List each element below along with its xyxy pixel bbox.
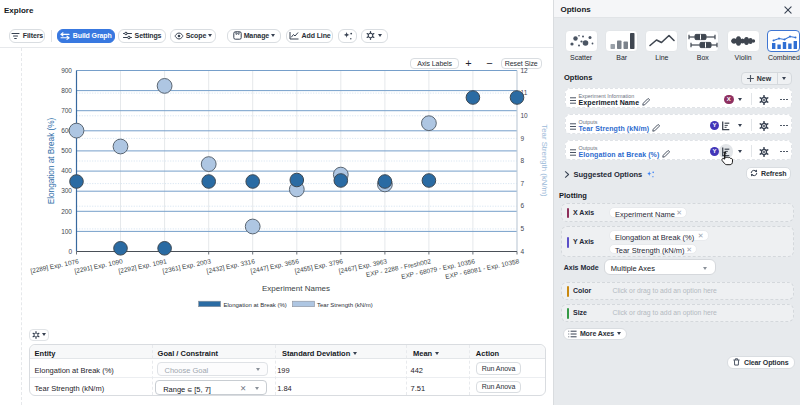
svg-text:10: 10: [521, 112, 529, 119]
svg-text:Experiment Names: Experiment Names: [262, 284, 330, 293]
svg-text:0: 0: [68, 248, 72, 255]
svg-text:7: 7: [521, 180, 525, 187]
svg-text:Elongation at Break (%): Elongation at Break (%): [224, 302, 287, 308]
svg-text:4: 4: [521, 248, 525, 255]
svg-text:[2447] Exp. 3656: [2447] Exp. 3656: [250, 257, 300, 275]
svg-text:[2361] Exp. 2003: [2361] Exp. 2003: [162, 257, 212, 275]
svg-text:5: 5: [521, 225, 525, 232]
svg-text:Elongation at Break (%): Elongation at Break (%): [47, 117, 56, 204]
svg-text:6: 6: [521, 202, 525, 209]
svg-text:800: 800: [61, 87, 72, 94]
svg-text:300: 300: [61, 187, 72, 194]
svg-text:100: 100: [61, 228, 72, 235]
svg-text:8: 8: [521, 157, 525, 164]
svg-text:500: 500: [61, 147, 72, 154]
svg-text:[2289] Exp. 1076: [2289] Exp. 1076: [30, 257, 80, 275]
svg-text:Tear Strength (kN/m): Tear Strength (kN/m): [540, 124, 549, 197]
svg-text:[2291] Exp. 1090: [2291] Exp. 1090: [74, 257, 124, 275]
svg-text:12: 12: [521, 67, 529, 74]
svg-text:900: 900: [61, 67, 72, 74]
svg-text:200: 200: [61, 208, 72, 215]
svg-text:400: 400: [61, 167, 72, 174]
svg-text:[2292] Exp. 1091: [2292] Exp. 1091: [118, 257, 168, 275]
svg-text:Tear Strength (kN/m): Tear Strength (kN/m): [317, 302, 373, 308]
svg-text:9: 9: [521, 135, 525, 142]
svg-text:[2455] Exp. 3796: [2455] Exp. 3796: [294, 257, 344, 275]
svg-text:[2432] Exp. 3316: [2432] Exp. 3316: [206, 257, 256, 275]
svg-text:700: 700: [61, 107, 72, 114]
